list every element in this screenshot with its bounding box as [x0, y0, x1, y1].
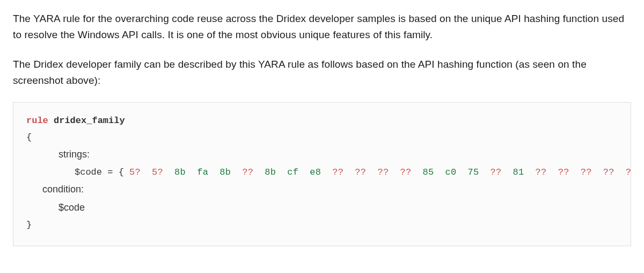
yara-code-block: rule dridex_family { strings: $code = { … [13, 102, 631, 246]
hex-wildcard: ?? [581, 167, 592, 177]
code-line-hex: $code = { 5? 5? 8b fa 8b ?? 8b cf e8 ?? … [26, 164, 618, 181]
hex-byte: c0 [445, 167, 456, 177]
code-line-close-brace: } [26, 217, 618, 233]
hex-byte: cf [287, 167, 298, 177]
hex-byte: 75 [468, 167, 479, 177]
hex-byte: 8b [265, 167, 276, 177]
hex-wildcard: ?? [536, 167, 547, 177]
hex-wildcard: ?? [603, 167, 614, 177]
hex-byte: fa [197, 167, 208, 177]
paragraph-1: The YARA rule for the overarching code r… [13, 11, 631, 44]
hex-wildcard: ?? [558, 167, 569, 177]
condition-label: condition: [42, 184, 84, 195]
hex-wildcard: ?? [355, 167, 366, 177]
condition-body: $code [58, 202, 85, 213]
code-line-open-brace: { [26, 129, 618, 146]
hex-wildcard: ?? [626, 167, 631, 177]
code-line-condition-body: $code [26, 199, 618, 217]
hex-byte: 8b [219, 167, 231, 177]
hex-wildcard: ?? [491, 167, 502, 177]
hex-wildcard: ?? [332, 167, 343, 177]
hex-byte: e8 [310, 167, 321, 177]
code-line-condition-label: condition: [26, 181, 618, 198]
hex-wildcard: ?? [400, 167, 411, 177]
hex-byte: 8b [174, 167, 186, 177]
keyword-rule: rule [26, 116, 48, 126]
var-code: $code [75, 167, 102, 177]
hex-byte: 85 [422, 167, 434, 177]
hex-bytes: 5? 5? 8b fa 8b ?? 8b cf e8 ?? ?? ?? ?? 8… [129, 167, 631, 177]
hex-byte: 81 [513, 167, 524, 177]
code-line-strings-label: strings: [26, 146, 618, 163]
rule-name: dridex_family [54, 116, 125, 126]
hex-wildcard: 5? [129, 167, 141, 177]
strings-label: strings: [58, 149, 90, 160]
hex-wildcard: 5? [152, 167, 163, 177]
hex-wildcard: ?? [377, 167, 389, 177]
code-line-rule: rule dridex_family [26, 112, 618, 129]
paragraph-2: The Dridex developer family can be descr… [13, 56, 631, 89]
hex-wildcard: ?? [242, 167, 253, 177]
